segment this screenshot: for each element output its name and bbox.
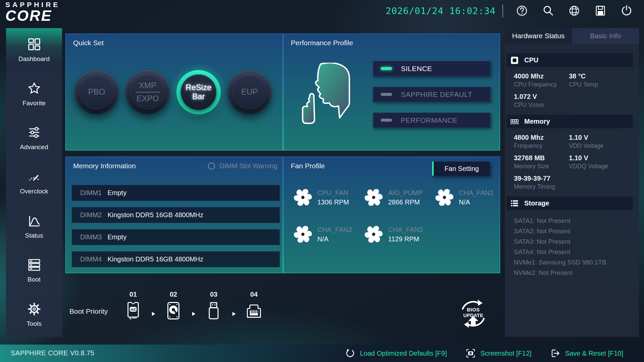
vdd-voltage-value: 1.10 V <box>569 134 639 141</box>
vddq-voltage-label: VDDQ Voltage <box>569 163 639 170</box>
cha-fan3-rpm: 1129 RPM <box>388 235 423 243</box>
resize-bar-button[interactable]: ReSize Bar <box>176 70 221 114</box>
cpu-vcore-label: CPU Vcore <box>514 102 569 109</box>
eup-button[interactable]: EUP <box>227 70 272 114</box>
performance-options: SILENCE SAPPHIRE DEFAULT PERFORMANCE <box>373 61 490 128</box>
cha-fan3-item: CHA_FAN3 1129 RPM <box>364 225 435 244</box>
vddq-voltage-metric: 1.10 V VDDQ Voltage <box>569 154 639 170</box>
boot-order-2: 02 <box>170 291 177 298</box>
bios-version-text: SAPPHIRE CORE V0.8.75 <box>11 349 94 357</box>
tab-basic-info[interactable]: Basic Info <box>572 28 639 44</box>
fan-icon <box>364 188 383 207</box>
sidebar-item-advanced[interactable]: Advanced <box>6 116 62 161</box>
advanced-sliders-icon <box>28 126 41 139</box>
sidebar-item-boot[interactable]: Boot <box>6 249 62 293</box>
power-icon[interactable] <box>620 4 633 17</box>
fan-grid: CPU_FAN 1306 RPM AIO_PUMP 2866 RPM <box>293 188 505 244</box>
help-icon[interactable] <box>516 4 528 17</box>
arrow-right-icon <box>151 311 156 316</box>
sidebar-item-label: Overclock <box>20 188 48 195</box>
memory-section-header: Memory <box>506 115 633 128</box>
boot-device-1[interactable]: 01 m2 <box>122 291 144 320</box>
boot-device-2[interactable]: 02 <box>163 291 184 320</box>
performance-profile-title: Performance Profile <box>291 39 353 47</box>
cha-fan2-name: CHA_FAN2 <box>317 226 352 234</box>
screenshot-button[interactable]: Screenshot [F12] <box>466 348 531 358</box>
profile-silence-button[interactable]: SILENCE <box>373 61 490 76</box>
dimm4-value: Kingston DDR5 16GB 4800MHz <box>107 255 203 263</box>
memory-metrics: 4800 Mhz Frequency 1.10 V VDD Voltage 32… <box>514 134 639 190</box>
boot-device-4[interactable]: 04 <box>243 291 265 320</box>
cpu-section-title: CPU <box>524 56 538 64</box>
sidebar-item-dashboard[interactable]: Dashboard <box>6 28 62 72</box>
memory-frequency-value: 4800 Mhz <box>514 134 569 141</box>
overclock-gauge-icon <box>28 170 41 183</box>
sidebar-item-tools[interactable]: Tools <box>6 293 62 337</box>
arrow-right-icon <box>192 311 196 316</box>
dimm3-slot-label: DIMM3 <box>80 233 102 241</box>
save-profile-icon[interactable] <box>594 4 607 17</box>
profile-sapphire-default-button[interactable]: SAPPHIRE DEFAULT <box>373 87 490 102</box>
m2-badge-text: m2 <box>130 307 136 311</box>
cpu-fan-item: CPU_FAN 1306 RPM <box>293 188 364 207</box>
sata3-status: SATA3: Not Present <box>514 236 639 247</box>
memory-frequency-metric: 4800 Mhz Frequency <box>514 134 569 149</box>
sidebar-item-label: Status <box>25 232 43 239</box>
sapphire-default-indicator-pill <box>381 93 392 96</box>
boot-order-4: 04 <box>250 291 258 298</box>
cpu-temp-metric: 38 °C CPU Temp <box>569 72 639 88</box>
brand-bottom-text: CORE <box>5 8 60 23</box>
cpu-fan-name: CPU_FAN <box>317 189 349 197</box>
dimm-slot-warning-radio[interactable] <box>208 163 215 170</box>
cha-fan2-item: CHA_FAN2 N/A <box>293 225 364 244</box>
search-icon[interactable] <box>542 4 554 17</box>
cpu-frequency-label: CPU Frequency <box>514 81 569 88</box>
aio-pump-name: AIO_PUMP <box>388 189 423 197</box>
sapphire-core-logo: SAPPHIRE CORE <box>5 1 60 23</box>
boot-device-3[interactable]: 03 <box>203 291 224 320</box>
cha-fan1-name: CHA_FAN1 <box>459 189 493 197</box>
boot-drives-icon <box>28 258 41 272</box>
performance-indicator-pill <box>381 119 392 122</box>
boot-priority-row: Boot Priority 01 m2 02 <box>65 283 500 339</box>
memory-information-section: Memory Information DIMM Slot Warning DIM… <box>66 157 283 273</box>
pbo-button[interactable]: PBO <box>74 70 119 114</box>
sidebar-item-status[interactable]: Status <box>6 204 62 249</box>
cpu-vcore-metric: 1.072 V CPU Vcore <box>514 93 569 109</box>
memory-information-title: Memory Information <box>73 162 136 170</box>
load-optimized-defaults-button[interactable]: Load Optimized Defaults [F9] <box>345 348 447 358</box>
save-reset-button[interactable]: Save & Reset [F10] <box>550 348 623 358</box>
bios-update-text-line1: BIOS <box>459 307 488 312</box>
nvme1-status: NVMe1: Samsung SSD 980 1TB <box>514 257 639 267</box>
sidebar-item-label: Dashboard <box>18 55 50 63</box>
silence-silhouette-icon <box>301 63 355 127</box>
footer-actions: Load Optimized Defaults [F9] Screenshot … <box>345 345 623 362</box>
boot-order-1: 01 <box>129 291 137 298</box>
bios-update-button[interactable]: BIOS UPDATE <box>459 299 488 328</box>
cha-fan1-item: CHA_FAN1 N/A <box>435 188 505 207</box>
sata2-status: SATA2: Not Present <box>514 226 639 236</box>
dimm2-slot-label: DIMM2 <box>80 211 102 219</box>
fan-profile-section: Fan Profile Fan Setting CPU_FAN 1306 RPM… <box>283 157 500 273</box>
usb-drive-icon <box>207 301 220 320</box>
sidebar-item-overclock[interactable]: Overclock <box>6 161 62 205</box>
fan-setting-button[interactable]: Fan Setting <box>432 162 490 176</box>
status-graph-icon <box>28 214 41 228</box>
language-globe-icon[interactable] <box>568 4 581 17</box>
dimm-slot-warning: DIMM Slot Warning <box>208 162 277 170</box>
profile-performance-button[interactable]: PERFORMANCE <box>373 113 490 128</box>
xmp-expo-button[interactable]: XMP EXPO <box>125 70 170 114</box>
brand-top-text: SAPPHIRE <box>5 1 60 8</box>
memory-fan-panel: Memory Information DIMM Slot Warning DIM… <box>65 157 500 273</box>
sidebar-item-favorite[interactable]: Favorite <box>6 72 62 117</box>
hdd-icon <box>167 301 180 320</box>
sidebar-item-label: Advanced <box>20 143 48 151</box>
sata1-status: SATA1: Not Present <box>514 216 639 226</box>
aio-pump-item: AIO_PUMP 2866 RPM <box>364 188 435 207</box>
dimm3-value: Empty <box>107 233 126 241</box>
fan-icon <box>293 225 313 244</box>
dimm1-slot-label: DIMM1 <box>80 189 102 197</box>
tab-hardware-status[interactable]: Hardware Status <box>505 28 572 44</box>
memory-timing-metric: 39-39-39-77 Memory Timing <box>514 175 569 190</box>
cha-fan2-rpm: N/A <box>317 235 352 243</box>
